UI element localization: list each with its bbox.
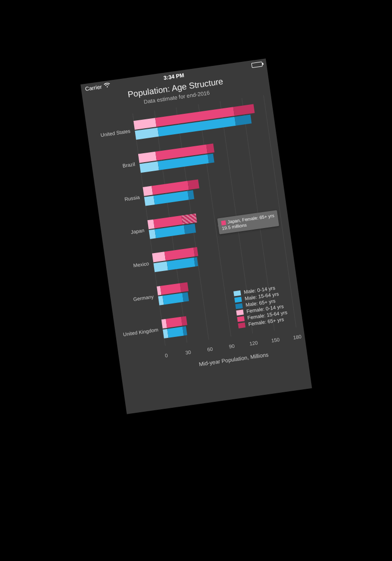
y-axis-label: Germany [115, 294, 154, 304]
y-axis-label: Russia [101, 194, 140, 205]
legend-swatch-icon [234, 296, 242, 302]
chart-area[interactable]: United StatesBrazilRussiaJapanMexicoGerm… [90, 95, 302, 381]
legend-swatch-icon [238, 322, 245, 328]
phone-frame: Carrier 3:34 PM Population: Age Structur… [80, 58, 312, 414]
y-axis-label: Japan [106, 228, 145, 238]
bar-segment[interactable] [162, 293, 183, 304]
bar-segment[interactable] [181, 316, 187, 326]
country-group[interactable] [152, 235, 285, 273]
bar-segment[interactable] [188, 190, 194, 200]
legend-swatch-icon [237, 316, 244, 322]
legend-swatch-icon [235, 303, 243, 309]
bar-segment[interactable] [188, 179, 199, 190]
x-tick: 30 [185, 349, 192, 355]
bar-segment[interactable] [206, 143, 214, 153]
x-tick: 0 [165, 352, 168, 358]
bar-segment[interactable] [138, 151, 156, 163]
tooltip-swatch-icon [220, 221, 225, 226]
bar-segment[interactable] [135, 127, 159, 139]
bar-segment[interactable] [184, 224, 196, 234]
bar-segment[interactable] [182, 214, 197, 225]
bar-segment[interactable] [207, 153, 214, 163]
y-axis-label: United States [92, 128, 131, 138]
country-group[interactable] [143, 169, 276, 207]
bar-segment[interactable] [144, 196, 155, 206]
bar-segment[interactable] [166, 317, 182, 328]
legend-swatch-icon [233, 290, 241, 296]
x-tick: 150 [271, 337, 280, 343]
y-axis-label: United Kingdom [120, 327, 159, 337]
legend-swatch-icon [236, 309, 243, 315]
bar-segment[interactable] [152, 252, 165, 262]
x-tick: 90 [228, 343, 235, 349]
bar-segment[interactable] [182, 292, 189, 302]
bar-segment[interactable] [167, 327, 184, 338]
y-axis-labels: United StatesBrazilRussiaJapanMexicoGerm… [90, 114, 130, 119]
y-axis-label: Brazil [97, 161, 135, 172]
legend: Male: 0-14 yrsMale: 15-64 yrsMale: 65+ y… [233, 283, 289, 329]
y-axis-label: Mexico [111, 261, 149, 271]
bar-segment[interactable] [139, 161, 159, 173]
country-group[interactable] [138, 135, 271, 173]
bar-segment[interactable] [153, 262, 168, 273]
country-group[interactable] [133, 102, 267, 140]
x-tick: 60 [206, 346, 213, 352]
bar-segment[interactable] [143, 186, 153, 196]
x-tick: 180 [293, 334, 302, 340]
bar-segment[interactable] [180, 282, 188, 292]
bar-segment[interactable] [234, 114, 252, 125]
x-tick: 120 [249, 340, 258, 346]
